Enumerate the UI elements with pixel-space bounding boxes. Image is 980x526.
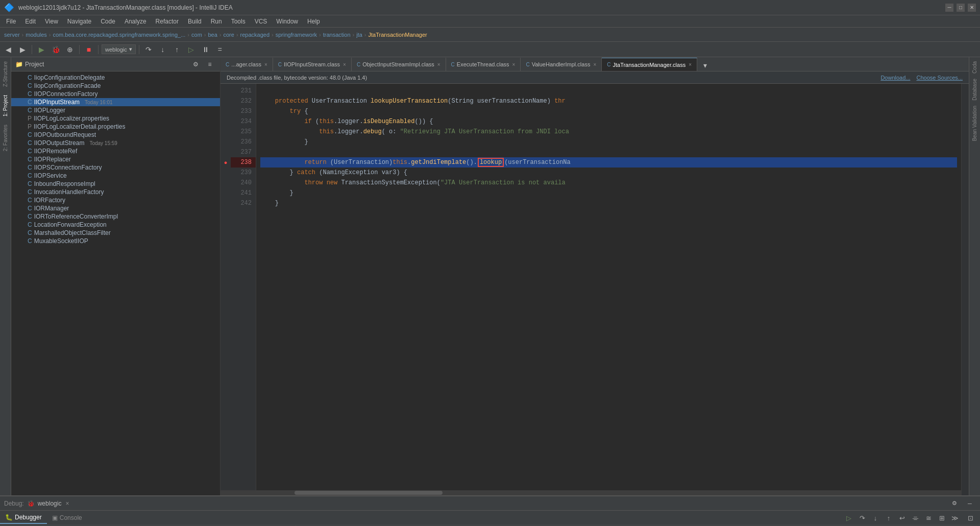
forward-button[interactable]: ▶ — [16, 44, 29, 55]
debug-tab-console[interactable]: ▣ Console — [47, 512, 87, 523]
step-back-debug[interactable]: ↩ — [896, 513, 908, 523]
stop-button[interactable]: ■ — [83, 44, 95, 55]
tree-item-IIOPConnectionFactory[interactable]: C IIOPConnectionFactory — [11, 90, 220, 98]
tab-manager-class[interactable]: C ...ager.class × — [220, 58, 273, 71]
tree-item-IIOPLogLocalizer[interactable]: P IIOPLogLocalizer.properties — [11, 114, 220, 123]
run-to-cursor[interactable]: ⌯ — [910, 513, 921, 523]
tree-item-MuxableSocketIIOP[interactable]: C MuxableSocketIIOP — [11, 237, 220, 245]
pause-button[interactable]: ⏸ — [200, 44, 212, 55]
menu-window[interactable]: Window — [272, 17, 302, 26]
menu-analyze[interactable]: Analyze — [120, 17, 151, 26]
code-content[interactable]: protected UserTransaction lookupUserTran… — [256, 84, 961, 495]
step-into-button[interactable]: ↓ — [157, 44, 169, 55]
resume-debug-button[interactable]: ▷ — [843, 513, 854, 523]
tab-ObjectInputStreamImpl[interactable]: C ObjectInputStreamImpl.class × — [352, 58, 446, 71]
run-config-dropdown[interactable]: weblogic ▾ — [102, 44, 136, 54]
tree-item-IIOPOutputStream[interactable]: C IIOPOutputStream Today 15:59 — [11, 139, 220, 147]
menu-refactor[interactable]: Refactor — [152, 17, 183, 26]
debug-close[interactable]: × — [65, 500, 69, 507]
step-into-debug[interactable]: ↓ — [870, 513, 881, 523]
menu-edit[interactable]: Edit — [21, 17, 40, 26]
debug-minimize-button[interactable]: ─ — [964, 498, 976, 509]
debug-button[interactable]: 🐞 — [50, 44, 62, 55]
bc-jta[interactable]: jta — [356, 32, 362, 38]
gutter-238-bp[interactable]: ● — [220, 157, 231, 168]
vert-tab-structure[interactable]: Z-Structure — [2, 57, 9, 91]
tree-item-IIOPRemoteRef[interactable]: C IIOPRemoteRef — [11, 147, 220, 155]
bc-core[interactable]: core — [224, 32, 234, 38]
menu-vcs[interactable]: VCS — [251, 17, 272, 26]
tab-ValueHandlerImpl[interactable]: C ValueHandlerImpl.class × — [521, 58, 602, 71]
bc-transaction[interactable]: transaction — [323, 32, 351, 38]
menu-code[interactable]: Code — [96, 17, 119, 26]
tab-ExecuteThread[interactable]: C ExecuteThread.class × — [446, 58, 521, 71]
vert-tab-project[interactable]: 1: Project — [2, 91, 9, 121]
menu-build[interactable]: Build — [184, 17, 206, 26]
tree-item-IIOPLogLocalizerDetail[interactable]: P IIOPLogLocalizerDetail.properties — [11, 123, 220, 131]
tree-item-LocationForwardException[interactable]: C LocationForwardException — [11, 221, 220, 229]
restore-layout[interactable]: ⊡ — [965, 513, 976, 523]
menu-help[interactable]: Help — [303, 17, 324, 26]
maximize-button[interactable]: □ — [957, 4, 965, 12]
run-button[interactable]: ▶ — [35, 44, 47, 55]
close-icon[interactable]: × — [437, 62, 440, 67]
tree-item-InvocationHandlerFactory[interactable]: C InvocationHandlerFactory — [11, 188, 220, 196]
tree-item-InboundResponseImpl[interactable]: C InboundResponseImpl — [11, 180, 220, 188]
minimize-button[interactable]: ─ — [945, 4, 953, 12]
sidebar-tab-database[interactable]: Database — [971, 77, 978, 103]
sidebar-tab-coda[interactable]: Coda — [971, 59, 978, 76]
tree-item-IIOPInputStream[interactable]: C IIOPInputStream Today 16:01 — [11, 98, 220, 106]
bc-repackaged[interactable]: repackaged — [240, 32, 270, 38]
back-button[interactable]: ◀ — [2, 44, 14, 55]
tab-JtaTransactionManager[interactable]: C JtaTransactionManager.class × — [602, 58, 697, 71]
step-out-debug[interactable]: ↑ — [883, 513, 894, 523]
menu-file[interactable]: File — [2, 17, 20, 26]
close-icon[interactable]: × — [593, 62, 596, 67]
menu-navigate[interactable]: Navigate — [63, 17, 95, 26]
close-icon[interactable]: × — [264, 62, 267, 67]
frames-layout[interactable]: ⊞ — [936, 513, 947, 523]
more-debug[interactable]: ≫ — [949, 513, 961, 523]
coverage-button[interactable]: ⊕ — [64, 44, 76, 55]
tree-item-IORToReferenceConverterImpl[interactable]: C IORToReferenceConverterImpl — [11, 212, 220, 221]
step-over-debug[interactable]: ↷ — [856, 513, 868, 523]
close-icon[interactable]: × — [689, 62, 692, 67]
close-icon[interactable]: × — [512, 62, 516, 67]
bc-server[interactable]: server — [4, 32, 20, 38]
choose-sources-link[interactable]: Choose Sources... — [917, 75, 963, 81]
evaluate-expr[interactable]: ≅ — [923, 513, 934, 523]
menu-tools[interactable]: Tools — [227, 17, 250, 26]
download-link[interactable]: Download... — [880, 75, 910, 81]
tree-item-IIOPOutboundRequest[interactable]: C IIOPOutboundRequest — [11, 131, 220, 139]
menu-run[interactable]: Run — [207, 17, 226, 26]
more-tabs-button[interactable]: ▾ — [699, 60, 712, 71]
tree-item-IIOPLogger[interactable]: C IIOPLogger — [11, 106, 220, 114]
close-icon[interactable]: × — [343, 62, 346, 67]
horizontal-scrollbar[interactable] — [256, 490, 961, 495]
tree-item-IiopConfigurationDelegate[interactable]: C IiopConfigurationDelegate — [11, 74, 220, 82]
debug-settings-button[interactable]: ⚙ — [948, 498, 961, 509]
bc-springframework[interactable]: springframework — [276, 32, 317, 38]
bc-bea[interactable]: bea — [208, 32, 217, 38]
gear-button[interactable]: ≡ — [204, 59, 216, 70]
tree-item-IIOPSConnectionFactory[interactable]: C IIOPSConnectionFactory — [11, 163, 220, 172]
tree-item-IORFactory[interactable]: C IORFactory — [11, 196, 220, 204]
tree-item-IIOPReplacer[interactable]: C IIOPReplacer — [11, 155, 220, 163]
settings-button[interactable]: ⚙ — [189, 59, 202, 70]
bc-com[interactable]: com — [191, 32, 202, 38]
bc-package[interactable]: com.bea.core.repackaged.springframework.… — [53, 32, 185, 38]
vert-tab-favorites[interactable]: 2: Favorites — [2, 121, 9, 155]
step-out-button[interactable]: ↑ — [171, 44, 183, 55]
scrollbar-thumb[interactable] — [295, 491, 443, 495]
evaluate-button[interactable]: = — [214, 44, 226, 55]
bc-modules[interactable]: modules — [26, 32, 47, 38]
window-controls[interactable]: ─ □ ✕ — [945, 4, 976, 12]
tree-item-IORManager[interactable]: C IORManager — [11, 204, 220, 212]
resume-button[interactable]: ▷ — [185, 44, 198, 55]
step-over-button[interactable]: ↷ — [142, 44, 155, 55]
close-button[interactable]: ✕ — [968, 4, 976, 12]
tree-item-MarshalledObjectClassFilter[interactable]: C MarshalledObjectClassFilter — [11, 229, 220, 237]
sidebar-tab-bean[interactable]: Bean Validation — [971, 104, 978, 143]
tree-item-IIOPService[interactable]: C IIOPService — [11, 172, 220, 180]
tree-item-IiopConfigurationFacade[interactable]: C IiopConfigurationFacade — [11, 82, 220, 90]
